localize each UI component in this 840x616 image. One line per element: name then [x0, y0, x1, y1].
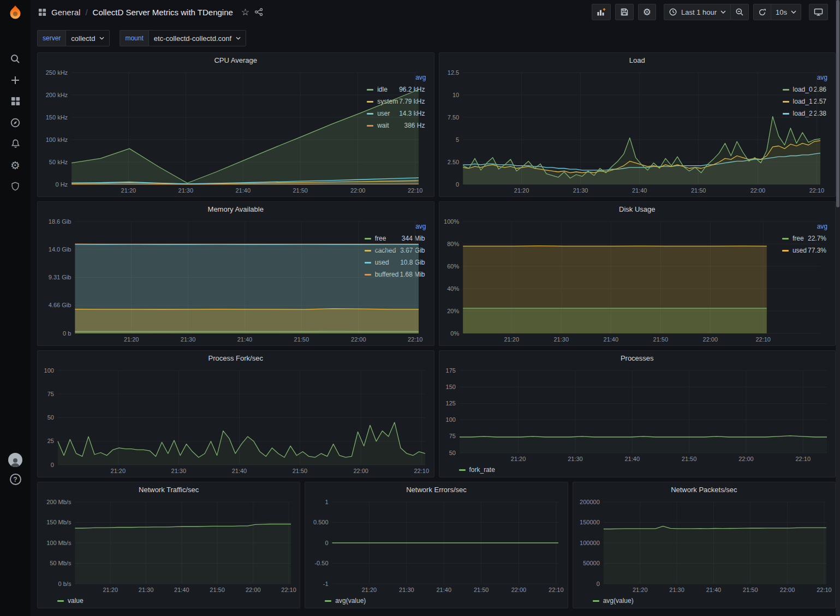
grafana-logo[interactable]	[6, 3, 25, 22]
scrollbar-thumb[interactable]	[836, 0, 839, 207]
svg-text:21:30: 21:30	[573, 187, 588, 194]
page-scrollbar[interactable]	[836, 0, 840, 616]
process-fork-chart[interactable]: 025507510021:2021:3021:4021:5022:0022:10	[40, 365, 432, 476]
svg-text:14.0 Gib: 14.0 Gib	[49, 246, 72, 253]
panel-header[interactable]: Processes	[439, 351, 836, 365]
network-errors-chart[interactable]: -1-0.5000.500121:2021:3021:4021:5022:002…	[307, 497, 565, 595]
svg-text:21:40: 21:40	[437, 587, 452, 593]
svg-text:21:50: 21:50	[653, 336, 668, 343]
legend-item[interactable]: avg(value)	[593, 597, 634, 605]
refresh-interval-label: 10s	[776, 8, 787, 16]
svg-text:0 b: 0 b	[63, 330, 71, 337]
svg-text:21:20: 21:20	[633, 587, 648, 593]
variable-mount-value[interactable]: etc-collectd-collectd.conf	[148, 30, 246, 46]
load-chart[interactable]: 02.5057.501012.521:2021:3021:4021:5022:0…	[442, 67, 781, 195]
disk-usage-chart[interactable]: 0%20%40%60%80%100%21:2021:3021:4021:5022…	[442, 216, 780, 344]
svg-text:21:20: 21:20	[111, 468, 126, 474]
svg-text:9.31 Gib: 9.31 Gib	[49, 274, 72, 280]
processes-chart[interactable]: 507510012515017521:2021:3021:4021:5022:0…	[442, 365, 833, 464]
sidebar-item-configuration[interactable]: ⚙	[3, 154, 27, 176]
memory-available-chart[interactable]: 0 b4.66 Gib9.31 Gib14.0 Gib18.6 Gib21:20…	[40, 216, 362, 344]
dashboard-grid-icon	[38, 8, 46, 16]
svg-text:21:30: 21:30	[669, 587, 684, 593]
panel-header[interactable]: Process Fork/sec	[38, 351, 434, 365]
svg-text:22:10: 22:10	[809, 187, 824, 194]
page-title[interactable]: CollectD Server Metrics with TDengine	[93, 8, 233, 17]
series-name: value	[68, 597, 84, 605]
chevron-down-icon	[720, 10, 726, 14]
svg-text:0%: 0%	[450, 330, 459, 337]
cycle-view-mode-button[interactable]	[809, 4, 828, 20]
panel-load: Load 02.5057.501012.521:2021:3021:4021:5…	[439, 52, 836, 197]
svg-text:7.50: 7.50	[447, 114, 458, 121]
avatar[interactable]	[8, 453, 22, 467]
save-icon	[620, 8, 629, 16]
star-icon[interactable]: ☆	[241, 7, 249, 18]
variable-server-value[interactable]: collectd	[65, 30, 110, 46]
svg-text:25: 25	[47, 438, 54, 444]
panel-title: Load	[629, 56, 645, 64]
panel-header[interactable]: Network Packets/sec	[573, 482, 835, 497]
svg-text:21:30: 21:30	[568, 456, 583, 462]
svg-text:0.500: 0.500	[313, 519, 329, 525]
network-traffic-chart[interactable]: 0 b/s50 Mb/s100 Mb/s150 Mb/s200 Mb/s21:2…	[40, 497, 297, 595]
time-range-label: Last 1 hour	[681, 8, 717, 16]
svg-text:21:20: 21:20	[510, 456, 526, 462]
svg-text:100: 100	[44, 367, 54, 374]
svg-text:100 kHz: 100 kHz	[46, 136, 68, 143]
panel-header[interactable]: Memory Available	[38, 202, 434, 216]
panel-title: Network Packets/sec	[671, 486, 737, 494]
variable-server-selected: collectd	[71, 34, 95, 43]
svg-text:0: 0	[456, 181, 459, 188]
zoom-out-button[interactable]	[731, 4, 749, 20]
panel-memory-available: Memory Available 0 b4.66 Gib9.31 Gib14.0…	[37, 201, 434, 346]
panel-cpu-average: CPU Average 0 Hz50 kHz100 kHz150 kHz200 …	[37, 52, 434, 197]
legend-item[interactable]: fork_rate	[459, 466, 495, 474]
time-range-picker[interactable]: Last 1 hour	[664, 4, 731, 20]
save-dashboard-button[interactable]	[615, 4, 634, 20]
dashboard-grid: CPU Average 0 Hz50 kHz100 kHz150 kHz200 …	[31, 52, 836, 616]
svg-text:0 b/s: 0 b/s	[58, 581, 72, 587]
svg-text:80%: 80%	[447, 241, 459, 247]
sidebar-item-dashboards[interactable]	[3, 91, 27, 112]
svg-text:4.66 Gib: 4.66 Gib	[49, 302, 72, 308]
panel-title: Processes	[621, 354, 654, 362]
grafana-app: ⚙ ?	[0, 0, 840, 616]
sidebar-item-create[interactable]	[3, 69, 27, 91]
dashboard-settings-button[interactable]: ⚙	[638, 4, 656, 20]
sidebar-item-alerting[interactable]	[3, 133, 27, 154]
cpu-average-chart[interactable]: 0 Hz50 kHz100 kHz150 kHz200 kHz250 kHz21…	[40, 67, 365, 195]
svg-text:22:10: 22:10	[549, 587, 564, 593]
gear-icon: ⚙	[643, 8, 651, 17]
svg-text:250 kHz: 250 kHz	[46, 69, 68, 76]
svg-text:21:40: 21:40	[624, 456, 640, 462]
legend-item[interactable]: value	[57, 597, 84, 605]
sidebar-item-search[interactable]	[3, 48, 27, 69]
svg-text:21:50: 21:50	[743, 587, 758, 593]
network-packets-chart[interactable]: 05000010000015000020000021:2021:3021:402…	[575, 497, 833, 595]
breadcrumb-folder[interactable]: General	[51, 8, 80, 17]
svg-text:-1: -1	[323, 581, 329, 587]
panel-header[interactable]: Network Errors/sec	[305, 482, 567, 497]
panel-header[interactable]: CPU Average	[38, 53, 434, 67]
admin-shield-icon	[10, 181, 20, 192]
share-icon[interactable]	[254, 8, 263, 16]
svg-text:21:40: 21:40	[632, 187, 647, 194]
svg-text:22:00: 22:00	[779, 587, 795, 593]
legend-item[interactable]: avg(value)	[325, 597, 366, 605]
help-icon[interactable]: ?	[10, 474, 21, 485]
variable-server-label: server	[37, 30, 65, 46]
panel-header[interactable]: Network Traffic/sec	[38, 482, 300, 497]
series-name: avg(value)	[335, 597, 366, 605]
panel-header[interactable]: Disk Usage	[439, 202, 836, 216]
sidebar-item-explore[interactable]	[3, 112, 27, 133]
add-panel-button[interactable]	[592, 4, 611, 20]
sidebar-item-server-admin[interactable]	[3, 176, 27, 197]
svg-text:12.5: 12.5	[447, 69, 458, 76]
refresh-button[interactable]	[753, 4, 771, 20]
refresh-interval-picker[interactable]: 10s	[771, 4, 801, 20]
refresh-icon	[758, 8, 766, 16]
svg-text:21:50: 21:50	[690, 187, 706, 194]
panel-header[interactable]: Load	[439, 53, 836, 67]
panel-process-fork: Process Fork/sec 025507510021:2021:3021:…	[37, 350, 434, 477]
